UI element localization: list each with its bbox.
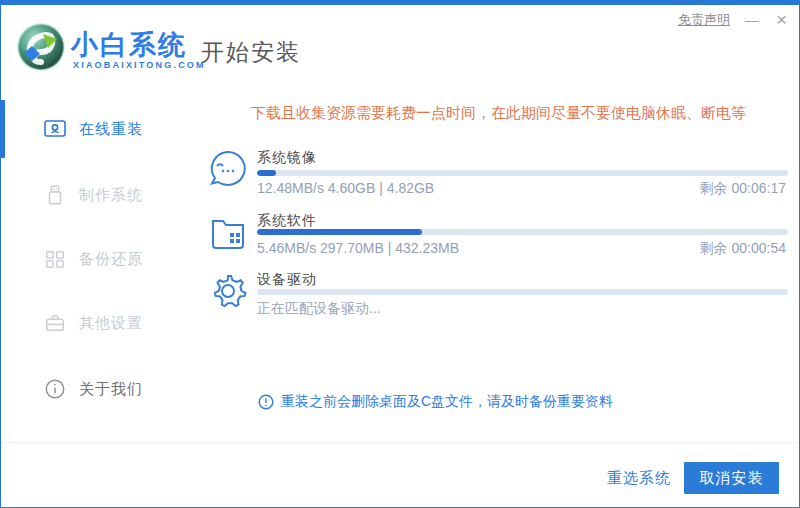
close-button[interactable]: ×	[774, 12, 789, 28]
system-software-progress-bar	[257, 229, 788, 235]
disclaimer-link[interactable]: 免责声明	[678, 11, 730, 29]
system-image-progress-fill	[257, 170, 276, 176]
system-image-remaining: 剩余 00:06:17	[700, 180, 786, 198]
window-controls: 免责声明 — ×	[678, 11, 789, 29]
section-title-device-driver: 设备驱动	[257, 271, 317, 289]
gear-icon	[207, 270, 249, 312]
folder-apps-icon	[208, 212, 248, 252]
section-title-system-software: 系统软件	[257, 212, 317, 230]
info-icon	[43, 377, 67, 401]
page-title: 开始安装	[201, 37, 301, 68]
monitor-icon	[43, 117, 67, 141]
sidebar-item-make-system[interactable]: 制作系统	[1, 175, 191, 215]
usb-icon	[43, 183, 67, 207]
app-window: 小白系统 XIAOBAIXITONG.COM 开始安装 免责声明 — × 在线重…	[0, 0, 800, 508]
sidebar-item-backup-restore[interactable]: 备份还原	[1, 239, 191, 279]
sidebar-item-online-reinstall[interactable]: 在线重装	[1, 109, 191, 149]
xiaobai-logo	[16, 22, 66, 72]
system-image-stats: 12.48MB/s 4.60GB | 4.82GB	[257, 180, 434, 196]
brand-domain: XIAOBAIXITONG.COM	[73, 60, 206, 70]
minimize-button[interactable]: —	[743, 13, 761, 27]
sidebar-item-about-us[interactable]: 关于我们	[1, 369, 191, 409]
cancel-install-button[interactable]: 取消安装	[684, 462, 779, 494]
device-driver-progress-bar	[257, 289, 788, 295]
device-driver-status: 正在匹配设备驱动...	[257, 300, 381, 318]
system-software-stats: 5.46MB/s 297.70MB | 432.23MB	[257, 240, 459, 256]
sidebar-item-label: 制作系统	[79, 186, 143, 205]
section-title-system-image: 系统镜像	[257, 149, 317, 167]
sidebar-item-label: 在线重装	[79, 120, 143, 139]
sidebar-item-label: 关于我们	[79, 380, 143, 399]
warning-text: 下载且收集资源需要耗费一点时间，在此期间尽量不要使电脑休眠、断电等	[206, 104, 791, 123]
backup-notice: 重装之前会删除桌面及C盘文件，请及时备份重要资料	[258, 393, 613, 411]
sidebar-item-label: 其他设置	[79, 314, 143, 333]
alert-circle-icon	[258, 394, 274, 410]
blocks-icon	[43, 247, 67, 271]
toolbox-icon	[43, 311, 67, 335]
system-image-progress-bar	[257, 170, 788, 176]
sidebar-item-other-settings[interactable]: 其他设置	[1, 303, 191, 343]
backup-notice-text: 重装之前会删除桌面及C盘文件，请及时备份重要资料	[281, 393, 613, 411]
footer-divider	[2, 442, 798, 443]
brand-name: 小白系统	[71, 27, 187, 63]
window-top-accent-bar	[1, 1, 799, 5]
chat-face-icon	[205, 147, 249, 191]
sidebar-item-label: 备份还原	[79, 250, 143, 269]
reselect-system-button[interactable]: 重选系统	[607, 469, 671, 488]
system-software-progress-fill	[257, 229, 422, 235]
system-software-remaining: 剩余 00:00:54	[700, 240, 786, 258]
